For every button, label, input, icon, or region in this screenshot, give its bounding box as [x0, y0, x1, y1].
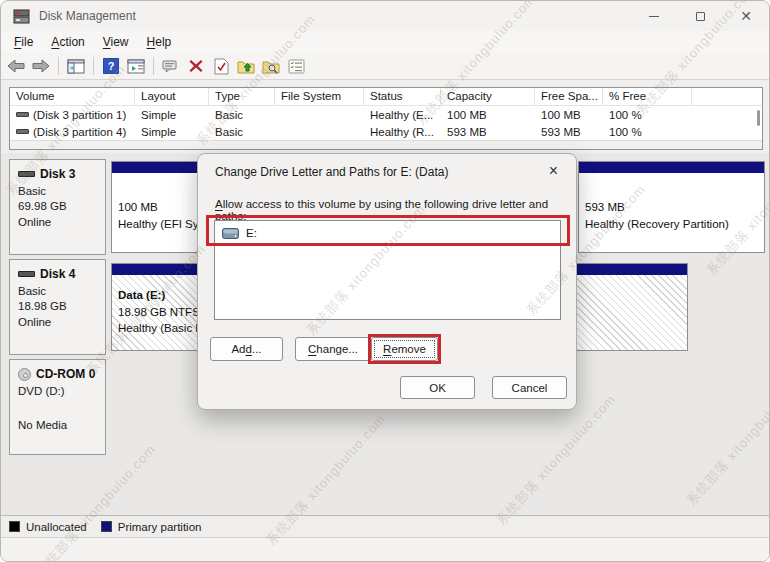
drive-letter-listbox[interactable]: E:: [214, 220, 561, 320]
disk-size: 18.98 GB: [18, 300, 99, 312]
menu-help[interactable]: Help: [138, 33, 181, 51]
table-row[interactable]: (Disk 3 partition 1) Simple Basic Health…: [10, 106, 762, 123]
drive-icon: [222, 228, 239, 239]
legend-bar: Unallocated Primary partition: [1, 515, 770, 537]
maximize-button[interactable]: [677, 1, 723, 31]
partition-size: 593 MB: [585, 199, 764, 216]
maximize-icon: [696, 12, 705, 21]
cancel-button[interactable]: Cancel: [492, 376, 567, 399]
vertical-scrollbar[interactable]: [757, 110, 760, 126]
column-header-filler: [692, 88, 762, 105]
menu-bar: File Action View Help: [1, 31, 769, 53]
column-header-layout[interactable]: Layout: [135, 88, 209, 105]
toolbar-separator: [58, 57, 59, 75]
window-title: Disk Management: [39, 9, 136, 23]
volume-icon: [16, 129, 29, 134]
disk-3-panel[interactable]: Disk 3 Basic 69.98 GB Online: [9, 159, 106, 255]
change-drive-letter-dialog: Change Drive Letter and Paths for E: (Da…: [197, 153, 577, 410]
column-header-type[interactable]: Type: [209, 88, 275, 105]
column-header-volume[interactable]: Volume: [10, 88, 135, 105]
volume-cell: (Disk 3 partition 4): [10, 126, 135, 138]
volume-cell: (Disk 3 partition 1): [10, 109, 135, 121]
legend-unallocated: Unallocated: [9, 521, 87, 533]
minimize-icon: [649, 16, 659, 17]
column-header-file-system[interactable]: File System: [275, 88, 364, 105]
type-cell: Basic: [209, 109, 275, 121]
primary-partition-swatch: [101, 521, 112, 532]
disk-name: Disk 4: [40, 267, 75, 281]
disk-status: Online: [18, 216, 99, 228]
forward-icon[interactable]: [30, 56, 52, 76]
disk-icon: [18, 171, 35, 177]
partition-color-bar: [579, 162, 764, 173]
back-icon[interactable]: [5, 56, 27, 76]
pct-free-cell: 100 %: [603, 126, 692, 138]
volume-name: (Disk 3 partition 1): [33, 109, 126, 121]
menu-view[interactable]: View: [94, 33, 138, 51]
minimize-button[interactable]: [631, 1, 677, 31]
toolbar-separator: [93, 57, 94, 75]
pct-free-cell: 100 %: [603, 109, 692, 121]
close-button[interactable]: ✕: [723, 1, 769, 31]
help-icon[interactable]: ?: [100, 56, 122, 76]
remove-button[interactable]: Remove: [371, 337, 438, 361]
partition-recovery[interactable]: 593 MB Healthy (Recovery Partition): [578, 161, 765, 253]
add-button[interactable]: Add...: [210, 337, 283, 361]
volume-icon: [16, 112, 29, 117]
disk-type: Basic: [18, 185, 99, 197]
toolbar: ?: [1, 53, 769, 80]
free-space-cell: 100 MB: [535, 109, 603, 121]
status-cell: Healthy (R...: [364, 126, 441, 138]
folder-up-icon[interactable]: [235, 56, 257, 76]
action-pane-icon[interactable]: [125, 56, 147, 76]
capacity-cell: 593 MB: [441, 126, 535, 138]
column-header-status[interactable]: Status: [364, 88, 441, 105]
delete-icon[interactable]: [185, 56, 207, 76]
cd-icon: [18, 368, 31, 381]
toolbar-separator: [153, 57, 154, 75]
close-icon: ✕: [740, 9, 752, 23]
dialog-close-button[interactable]: ×: [545, 160, 562, 182]
volume-list-header: Volume Layout Type File System Status Ca…: [10, 88, 762, 106]
drive-letter-label: E:: [246, 227, 257, 239]
legend-label: Primary partition: [118, 521, 202, 533]
svg-text:?: ?: [108, 60, 115, 72]
folder-explore-icon[interactable]: [260, 56, 282, 76]
disk-type: DVD (D:): [18, 385, 99, 397]
menu-action[interactable]: Action: [42, 33, 93, 51]
partition-status: Healthy (Recovery Partition): [585, 216, 764, 233]
menu-file[interactable]: File: [5, 33, 42, 51]
disk-icon: [18, 271, 35, 277]
disk-management-window: Disk Management ✕ File Action View Help …: [0, 0, 770, 562]
list-item-drive-e[interactable]: E:: [215, 221, 560, 245]
ok-button[interactable]: OK: [400, 376, 475, 399]
capacity-cell: 100 MB: [441, 109, 535, 121]
app-icon: [13, 9, 30, 24]
disk-status: No Media: [18, 419, 99, 431]
disk-4-panel[interactable]: Disk 4 Basic 18.98 GB Online: [9, 259, 106, 355]
properties-icon[interactable]: [285, 56, 307, 76]
check-document-icon[interactable]: [210, 56, 232, 76]
disk-status: Online: [18, 316, 99, 328]
column-header-capacity[interactable]: Capacity: [441, 88, 535, 105]
volume-list: Volume Layout Type File System Status Ca…: [9, 87, 763, 150]
change-button[interactable]: Change...: [295, 337, 371, 361]
column-header-free-space[interactable]: Free Spa...: [535, 88, 603, 105]
free-space-cell: 593 MB: [535, 126, 603, 138]
status-cell: Healthy (E...: [364, 109, 441, 121]
type-cell: Basic: [209, 126, 275, 138]
cdrom-panel[interactable]: CD-ROM 0 DVD (D:) No Media: [9, 359, 106, 455]
dialog-title: Change Drive Letter and Paths for E: (Da…: [215, 165, 448, 179]
legend-label: Unallocated: [26, 521, 87, 533]
console-tree-icon[interactable]: [65, 56, 87, 76]
table-row[interactable]: (Disk 3 partition 4) Simple Basic Health…: [10, 123, 762, 140]
title-bar: Disk Management ✕: [1, 1, 769, 31]
disk-type: Basic: [18, 285, 99, 297]
horizontal-scrollbar[interactable]: [10, 140, 762, 149]
popup-menu-icon[interactable]: [160, 56, 182, 76]
column-header-pct-free[interactable]: % Free: [603, 88, 692, 105]
unallocated-swatch: [9, 521, 20, 532]
annotation-highlight-remove: Remove: [368, 334, 441, 364]
volume-name: (Disk 3 partition 4): [33, 126, 126, 138]
disk-name: CD-ROM 0: [36, 367, 95, 381]
